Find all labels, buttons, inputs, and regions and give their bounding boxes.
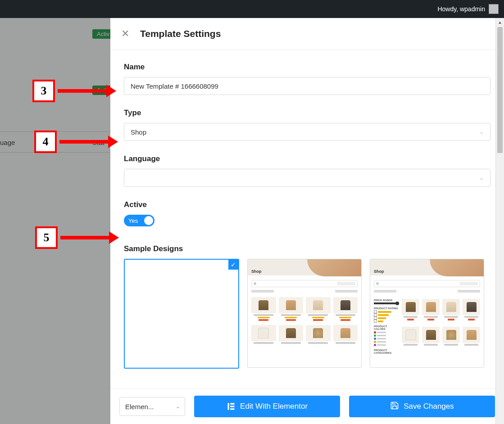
edit-with-elementor-button[interactable]: Edit With Elementor bbox=[194, 396, 340, 417]
sample-card-shop-sidebar[interactable]: Shop PRICE RANGE PRODUCT RATING bbox=[370, 259, 484, 368]
active-toggle[interactable]: Yes bbox=[124, 215, 154, 226]
language-select[interactable]: ⌄ bbox=[124, 169, 490, 187]
thumb-shop-label: Shop bbox=[251, 269, 262, 274]
save-button-label: Save Changes bbox=[404, 402, 454, 411]
sample-card-blank[interactable]: ✓ bbox=[124, 259, 239, 369]
drawer-header: ✕ Template Settings bbox=[110, 18, 504, 50]
editor-select[interactable]: Elemen... ⌄ bbox=[119, 397, 185, 416]
field-language: Language ⌄ bbox=[124, 154, 490, 187]
svg-rect-0 bbox=[227, 403, 229, 410]
arrow-icon bbox=[60, 234, 119, 241]
scrollbar-thumb[interactable] bbox=[497, 27, 503, 153]
name-input[interactable] bbox=[124, 77, 490, 95]
save-icon bbox=[390, 401, 399, 412]
admin-bar: Howdy, wpadmin bbox=[0, 0, 504, 18]
sample-card-shop-grid[interactable]: Shop bbox=[247, 259, 362, 368]
avatar[interactable] bbox=[489, 4, 499, 14]
field-active: Active Yes bbox=[124, 200, 490, 226]
chevron-down-icon: ⌄ bbox=[479, 129, 484, 135]
annotation-4: 4 bbox=[34, 131, 118, 153]
active-label: Active bbox=[124, 200, 490, 209]
settings-drawer: ✕ Template Settings Name Type Shop ⌄ Lan… bbox=[110, 18, 504, 424]
admin-greeting[interactable]: Howdy, wpadmin bbox=[437, 5, 485, 13]
annotation-number: 3 bbox=[32, 80, 55, 102]
field-type: Type Shop ⌄ bbox=[124, 108, 490, 141]
chevron-down-icon: ⌄ bbox=[479, 175, 484, 181]
drawer-footer: Elemen... ⌄ Edit With Elementor Save Cha… bbox=[110, 388, 504, 424]
toggle-knob bbox=[144, 216, 153, 225]
svg-rect-3 bbox=[230, 408, 234, 410]
svg-rect-2 bbox=[230, 406, 234, 407]
close-icon[interactable]: ✕ bbox=[121, 29, 129, 39]
thumb-shop-label: Shop bbox=[374, 269, 384, 274]
annotation-number: 4 bbox=[34, 131, 57, 153]
editor-value: Elemen... bbox=[125, 403, 154, 410]
chevron-down-icon: ⌄ bbox=[176, 403, 180, 410]
arrow-icon bbox=[59, 138, 118, 145]
annotation-5: 5 bbox=[35, 226, 119, 249]
save-changes-button[interactable]: Save Changes bbox=[349, 396, 495, 417]
field-name: Name bbox=[124, 63, 490, 95]
drawer-body: Name Type Shop ⌄ Language ⌄ Active Yes bbox=[110, 50, 504, 388]
sample-designs-row: ✓ Shop bbox=[124, 259, 490, 369]
scrollbar[interactable]: ▲ bbox=[495, 18, 504, 424]
annotation-3: 3 bbox=[32, 80, 116, 102]
toggle-label: Yes bbox=[128, 217, 138, 224]
svg-rect-1 bbox=[230, 403, 234, 405]
drawer-title: Template Settings bbox=[140, 28, 221, 39]
type-select[interactable]: Shop ⌄ bbox=[124, 123, 490, 141]
sample-label: Sample Designs bbox=[124, 244, 490, 253]
language-label: Language bbox=[124, 154, 490, 163]
scroll-up-icon[interactable]: ▲ bbox=[496, 18, 504, 26]
arrow-icon bbox=[58, 87, 116, 95]
name-label: Name bbox=[124, 63, 490, 72]
type-label: Type bbox=[124, 108, 490, 117]
edit-button-label: Edit With Elementor bbox=[240, 402, 308, 411]
check-icon: ✓ bbox=[228, 260, 238, 270]
elementor-icon bbox=[227, 402, 236, 411]
annotation-number: 5 bbox=[35, 226, 58, 249]
field-sample-designs: Sample Designs ✓ Shop bbox=[124, 244, 490, 369]
type-value: Shop bbox=[131, 128, 146, 136]
